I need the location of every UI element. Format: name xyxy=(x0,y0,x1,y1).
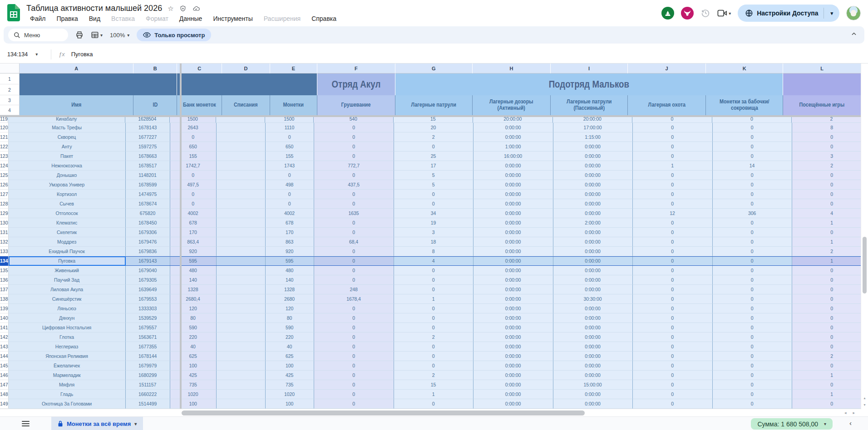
cell-K134[interactable]: 0 xyxy=(713,256,792,266)
cell-E137[interactable]: 1328 xyxy=(266,285,314,294)
row-header-121[interactable]: 121 xyxy=(0,132,9,142)
select-all-corner[interactable] xyxy=(0,64,20,73)
cell-K131[interactable]: 0 xyxy=(713,228,792,237)
cell-J134[interactable]: 0 xyxy=(633,256,713,266)
cell-D134[interactable] xyxy=(217,256,266,266)
cell-H132[interactable]: 0:00:00 xyxy=(473,237,553,247)
cell-J136[interactable]: 0 xyxy=(633,275,713,285)
cell-F137[interactable]: 248 xyxy=(314,285,394,294)
cell-F148[interactable]: 0 xyxy=(314,390,394,399)
column-letter-E[interactable]: E xyxy=(270,64,317,73)
column-header-I[interactable]: Лагерные патрули (Пассивный) xyxy=(551,95,628,115)
cell-B121[interactable]: 1677227 xyxy=(126,132,170,142)
column-header-A[interactable]: Имя xyxy=(20,95,133,115)
cell-D143[interactable] xyxy=(217,342,266,352)
cell-J139[interactable]: 0 xyxy=(633,304,713,313)
cell-G138[interactable]: 1 xyxy=(394,294,473,304)
cell-L142[interactable]: 0 xyxy=(792,332,861,342)
cell-A133[interactable]: Ехидный Паучок xyxy=(9,247,126,256)
cell-A138[interactable]: Синешёрстик xyxy=(9,294,126,304)
cell-F136[interactable]: 0 xyxy=(314,275,394,285)
column-header-G[interactable]: Лагерные патрули xyxy=(395,95,473,115)
cell-C123[interactable]: 155 xyxy=(170,151,217,161)
document-title[interactable]: Таблица активности малышей 2026 xyxy=(26,4,162,13)
cell-A128[interactable]: Сычев xyxy=(9,199,126,209)
cell-F143[interactable]: 0 xyxy=(314,342,394,352)
cell-B137[interactable]: 1639649 xyxy=(126,285,170,294)
cell-E141[interactable]: 590 xyxy=(266,323,314,332)
column-letter-L[interactable]: L xyxy=(783,64,861,73)
cell-L149[interactable]: 0 xyxy=(792,399,861,409)
cell-J123[interactable]: 0 xyxy=(633,151,713,161)
cell-H134[interactable]: 0:00:00 xyxy=(473,256,553,266)
cell-B120[interactable]: 1678143 xyxy=(126,123,170,132)
cell-G146[interactable]: 2 xyxy=(394,371,473,380)
cell-D139[interactable] xyxy=(217,304,266,313)
cell-K148[interactable]: 0 xyxy=(713,390,792,399)
cell-H121[interactable]: 0:00:00 xyxy=(473,132,553,142)
cell-C137[interactable]: 1328 xyxy=(170,285,217,294)
cell-L120[interactable]: 8 xyxy=(792,123,861,132)
cell-E147[interactable]: 735 xyxy=(266,380,314,390)
cell-C125[interactable]: 0 xyxy=(170,171,217,180)
cell-B128[interactable]: 1678674 xyxy=(126,199,170,209)
cell-I119[interactable]: 20:00:00 xyxy=(553,117,632,123)
cell-G125[interactable]: 5 xyxy=(394,171,473,180)
row-header-124[interactable]: 124 xyxy=(0,161,9,171)
cell-A132[interactable]: Моддрез xyxy=(9,237,126,247)
cell-L133[interactable]: 2 xyxy=(792,247,861,256)
cell-F147[interactable]: 0 xyxy=(314,380,394,390)
row-header-123[interactable]: 123 xyxy=(0,151,9,161)
cell-B144[interactable]: 1678144 xyxy=(126,352,170,361)
cell-I131[interactable]: 0:00:00 xyxy=(553,228,633,237)
cell-K128[interactable]: 0 xyxy=(713,199,792,209)
cell-A123[interactable]: Пакет xyxy=(9,151,126,161)
cell-F127[interactable]: 0 xyxy=(314,190,394,199)
cell-C135[interactable]: 480 xyxy=(170,266,217,275)
cell-D145[interactable] xyxy=(217,361,266,371)
cell-D122[interactable] xyxy=(217,142,266,151)
cell-B136[interactable]: 1679305 xyxy=(126,275,170,285)
cell-F130[interactable]: 0 xyxy=(314,218,394,228)
row-header-119[interactable]: 119 xyxy=(0,117,8,123)
cell-D120[interactable] xyxy=(217,123,266,132)
cell-H140[interactable]: 0:00:00 xyxy=(473,313,553,323)
cell-C139[interactable]: 120 xyxy=(170,304,217,313)
cell-H147[interactable]: 0:00:00 xyxy=(473,380,553,390)
cell-A135[interactable]: Живенький xyxy=(9,266,126,275)
row-header-134[interactable]: 134 xyxy=(0,256,9,266)
cell-H139[interactable]: 0:00:00 xyxy=(473,304,553,313)
cell-B145[interactable]: 1679979 xyxy=(126,361,170,371)
cell-J127[interactable]: 0 xyxy=(633,190,713,199)
cell-H135[interactable]: 0:00:00 xyxy=(473,266,553,275)
cell-L139[interactable]: 0 xyxy=(792,304,861,313)
cell-L126[interactable]: 0 xyxy=(792,180,861,190)
cell-H144[interactable]: 0:00:00 xyxy=(473,352,553,361)
cell-B138[interactable]: 1679553 xyxy=(126,294,170,304)
group-header-games[interactable] xyxy=(783,73,861,95)
menu-tools[interactable]: Инструменты xyxy=(208,14,257,24)
cell-H137[interactable]: 0:00:00 xyxy=(473,285,553,294)
cell-I125[interactable]: 0:00:00 xyxy=(553,171,633,180)
column-header-D[interactable]: Списания xyxy=(222,95,270,115)
cell-C124[interactable]: 1742,7 xyxy=(170,161,217,171)
cell-L144[interactable]: 2 xyxy=(792,352,861,361)
cell-C131[interactable]: 170 xyxy=(170,228,217,237)
cell-I135[interactable]: 0:00:00 xyxy=(553,266,633,275)
cell-E119[interactable]: 1500 xyxy=(265,117,314,123)
cell-H149[interactable]: 0:00:00 xyxy=(473,399,553,409)
cell-A143[interactable]: Неглериаз xyxy=(9,342,126,352)
row-header-131[interactable]: 131 xyxy=(0,228,9,237)
cell-I142[interactable]: 0:00:00 xyxy=(553,332,633,342)
cell-L136[interactable]: 0 xyxy=(792,275,861,285)
cell-G135[interactable]: 0 xyxy=(394,266,473,275)
cell-E146[interactable]: 425 xyxy=(266,371,314,380)
cell-K133[interactable]: 0 xyxy=(713,247,792,256)
cell-C143[interactable]: 40 xyxy=(170,342,217,352)
cell-A127[interactable]: Кортизол xyxy=(9,190,126,199)
cell-E130[interactable]: 678 xyxy=(266,218,314,228)
cell-H119[interactable]: 20:00:00 xyxy=(473,117,553,123)
cell-G134[interactable]: 4 xyxy=(394,256,473,266)
cell-C126[interactable]: 497,5 xyxy=(170,180,217,190)
cell-K140[interactable]: 0 xyxy=(713,313,792,323)
